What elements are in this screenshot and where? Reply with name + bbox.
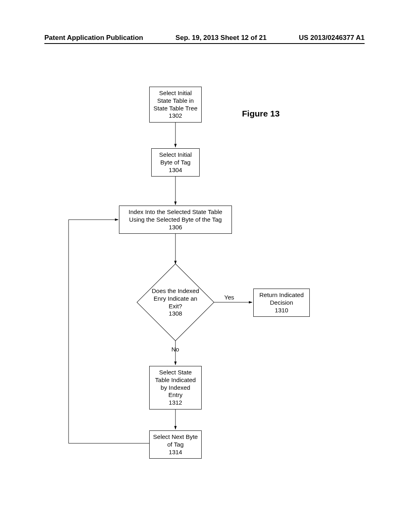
decision-1308-indexed-entry-exit: Does the Indexed Enry Indicate an Exit?1… — [137, 264, 214, 341]
decision-1308-label: Does the Indexed Enry Indicate an Exit?1… — [147, 287, 204, 318]
node-1306-index-into-state-table: Index Into the Selected State Table Usin… — [119, 206, 232, 234]
node-1302-select-initial-state-table: Select Initial State Table in State Tabl… — [149, 87, 202, 123]
edge-label-no: No — [171, 346, 179, 353]
node-1314-select-next-byte: Select Next Byte of Tag1314 — [149, 430, 202, 459]
node-1310-return-decision: Return Indicated Decision1310 — [253, 289, 310, 317]
node-1304-select-initial-byte: Select Initial Byte of Tag1304 — [151, 148, 200, 177]
node-1312-select-state-table: Select State Table Indicated by Indexed … — [149, 366, 202, 409]
page: Patent Application Publication Sep. 19, … — [0, 0, 413, 532]
edge-label-yes: Yes — [224, 294, 234, 301]
